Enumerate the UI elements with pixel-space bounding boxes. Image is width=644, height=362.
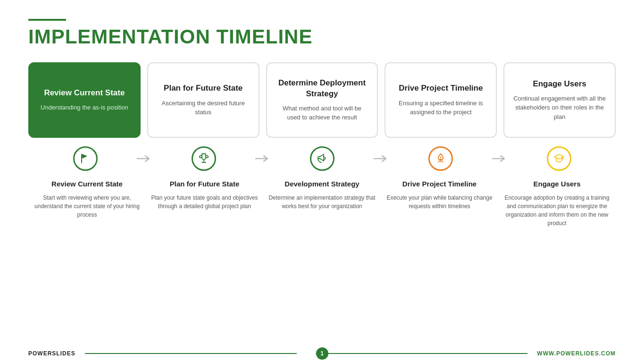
card-desc-3: What method and tool will be used to ach… (276, 104, 369, 122)
bottom-title-1: Review Current State (33, 179, 141, 189)
node-circle-4 (428, 146, 453, 171)
node-circle-2 (192, 146, 216, 171)
title-green: TIMELINE (216, 25, 312, 48)
bottom-item-engage: Engage Users Encourage adoption by creat… (498, 179, 616, 227)
card-title-2: Plan for Future State (164, 83, 243, 93)
card-desc-2: Ascertaining the desired future status (157, 99, 250, 117)
bottom-desc-5: Encourage adoption by creating a trainin… (503, 194, 611, 227)
megaphone-icon (317, 153, 328, 164)
rocket-icon (435, 153, 446, 164)
bottom-desc-4: Execute your plan while balancing change… (385, 194, 493, 210)
arrow-icon-2 (253, 154, 272, 163)
bottom-content-row: Review Current State Start with reviewin… (28, 179, 616, 227)
header-accent-line (28, 19, 66, 21)
bottom-desc-3: Determine an implementation strategy tha… (268, 194, 376, 210)
timeline-node-2 (156, 146, 251, 171)
arrow-3 (369, 154, 393, 163)
card-title-1: Review Current State (44, 88, 125, 98)
header: IMPLEMENTATION TIMELINE (28, 19, 616, 48)
arrow-icon-3 (372, 154, 391, 163)
footer-brand-right: WWW.POWERLIDES.COM (537, 350, 616, 357)
bottom-desc-1: Start with reviewing where you are, unde… (33, 194, 141, 219)
card-engage-users: Engage Users Continual engagement with a… (503, 62, 616, 138)
footer-line-right (316, 353, 527, 354)
bottom-title-3: Development Strategy (268, 179, 376, 189)
card-plan-future-state: Plan for Future State Ascertaining the d… (147, 62, 259, 138)
card-desc-5: Continual engagement with all the stakeh… (513, 94, 606, 122)
bottom-item-development: Development Strategy Determine an implem… (263, 179, 381, 227)
arrow-4 (488, 154, 511, 163)
bottom-title-4: Drive Project Timeline (385, 179, 493, 189)
node-circle-3 (310, 146, 335, 171)
card-title-3: Determine Deployment Strategy (276, 78, 369, 99)
bottom-item-drive: Drive Project Timeline Execute your plan… (381, 179, 498, 227)
arrow-2 (251, 154, 275, 163)
card-title-4: Drive Project Timeline (399, 83, 483, 93)
card-drive-project: Drive Project Timeline Ensuring a specif… (385, 62, 497, 138)
title-black: IMPLEMENTATION (28, 25, 216, 48)
card-deployment-strategy: Determine Deployment Strategy What metho… (266, 62, 378, 138)
svg-point-0 (440, 157, 441, 158)
bottom-title-2: Plan for Future State (151, 179, 259, 189)
node-circle-5 (547, 146, 571, 171)
card-review-current-state: Review Current State Understanding the a… (28, 62, 141, 138)
flag-icon (80, 153, 91, 164)
arrow-1 (133, 154, 156, 163)
card-desc-1: Understanding the as-is position (41, 103, 128, 112)
timeline-node-3 (275, 146, 369, 171)
arrow-icon-4 (490, 154, 509, 163)
top-cards-row: Review Current State Understanding the a… (28, 62, 616, 138)
timeline-row (28, 146, 616, 171)
footer-line-left (85, 353, 297, 354)
bottom-desc-2: Plan your future state goals and objecti… (151, 194, 259, 210)
footer-page-number: 1 (316, 347, 328, 360)
node-circle-1 (73, 146, 98, 171)
trophy-icon (198, 153, 209, 164)
card-title-5: Engage Users (533, 79, 586, 89)
arrow-icon-1 (135, 154, 154, 163)
bottom-title-5: Engage Users (503, 179, 611, 189)
graduation-icon (553, 153, 565, 164)
bottom-item-review: Review Current State Start with reviewin… (28, 179, 146, 227)
bottom-item-plan: Plan for Future State Plan your future s… (146, 179, 263, 227)
footer: POWERSLIDES 1 WWW.POWERLIDES.COM (0, 345, 644, 362)
timeline-node-5 (511, 146, 606, 171)
page-title: IMPLEMENTATION TIMELINE (28, 25, 616, 48)
timeline-node-4 (393, 146, 488, 171)
timeline-node-1 (38, 146, 133, 171)
slide: IMPLEMENTATION TIMELINE Review Current S… (0, 0, 644, 362)
card-desc-4: Ensuring a specified timeline is assigne… (394, 99, 487, 117)
footer-brand-left: POWERSLIDES (28, 350, 75, 357)
